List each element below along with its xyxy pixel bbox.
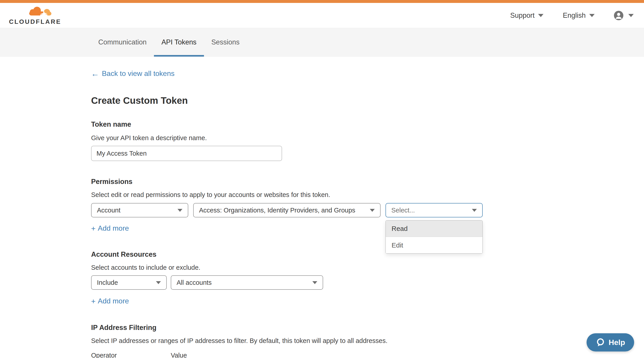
chevron-down-icon	[156, 281, 161, 284]
menu-option-label: Read	[392, 225, 408, 232]
site-header: CLOUDFLARE Support English	[0, 3, 644, 28]
chat-bubble-icon	[596, 338, 605, 347]
ip-filter-labels: Operator Value	[91, 352, 644, 358]
tab-communication[interactable]: Communication	[91, 28, 154, 56]
add-more-label: Add more	[98, 297, 129, 305]
arrow-left-icon: ←	[91, 70, 99, 78]
add-more-label: Add more	[98, 224, 129, 232]
permissions-add-more-link[interactable]: + Add more	[91, 224, 129, 232]
permission-scope-select[interactable]: Account	[91, 203, 188, 217]
back-to-tokens-link[interactable]: ← Back to view all tokens	[91, 69, 174, 78]
cloudflare-cloud-icon	[25, 6, 53, 18]
ip-filtering-section: IP Address Filtering Select IP addresses…	[91, 324, 644, 358]
header-actions: Support English	[510, 11, 634, 20]
cloudflare-logo[interactable]: CLOUDFLARE	[9, 6, 58, 25]
value-label: Value	[171, 352, 187, 358]
tab-sessions[interactable]: Sessions	[204, 28, 247, 56]
help-button[interactable]: Help	[586, 333, 634, 351]
ip-filtering-heading: IP Address Filtering	[91, 324, 644, 332]
support-menu-label: Support	[510, 12, 535, 20]
permission-group-value: Access: Organizations, Identity Provider…	[199, 207, 355, 214]
tab-bar: Communication API Tokens Sessions	[0, 28, 644, 57]
chevron-down-icon	[472, 209, 477, 212]
account-menu[interactable]	[614, 11, 634, 20]
ip-filtering-description: Select IP addresses or ranges of IP addr…	[91, 337, 644, 344]
accounts-select-value: All accounts	[176, 279, 212, 286]
language-menu-label: English	[563, 12, 586, 20]
access-options-menu: Read Edit	[386, 220, 483, 254]
menu-option-edit[interactable]: Edit	[386, 237, 482, 253]
permissions-description: Select edit or read permissions to apply…	[91, 191, 644, 199]
token-name-input[interactable]	[91, 146, 282, 161]
back-link-label: Back to view all tokens	[102, 69, 174, 78]
include-exclude-select[interactable]: Include	[91, 275, 167, 290]
page-title: Create Custom Token	[91, 95, 644, 106]
chevron-down-icon	[178, 209, 182, 212]
accounts-select[interactable]: All accounts	[171, 275, 323, 290]
chevron-down-icon	[538, 14, 544, 17]
token-name-description: Give your API token a descriptive name.	[91, 134, 644, 142]
permission-scope-value: Account	[97, 207, 120, 214]
account-resources-description: Select accounts to include or exclude.	[91, 264, 644, 271]
account-resources-section: Account Resources Select accounts to inc…	[91, 250, 644, 305]
plus-icon: +	[91, 297, 96, 305]
include-exclude-value: Include	[97, 279, 118, 286]
permission-group-select[interactable]: Access: Organizations, Identity Provider…	[193, 203, 380, 217]
permission-access-placeholder: Select...	[391, 207, 415, 214]
account-resources-row: Include All accounts	[91, 275, 644, 290]
permission-access-select[interactable]: Select...	[386, 203, 483, 217]
chevron-down-icon	[370, 209, 375, 212]
user-avatar-icon	[614, 11, 623, 20]
permissions-section: Permissions Select edit or read permissi…	[91, 178, 644, 232]
account-resources-add-more-link[interactable]: + Add more	[91, 297, 129, 305]
language-menu[interactable]: English	[563, 12, 595, 20]
plus-icon: +	[91, 225, 96, 232]
account-resources-heading: Account Resources	[91, 250, 644, 258]
permissions-heading: Permissions	[91, 178, 644, 186]
support-menu[interactable]: Support	[510, 12, 544, 20]
tab-api-tokens[interactable]: API Tokens	[154, 28, 204, 56]
tab-label: Communication	[98, 38, 146, 46]
tab-label: API Tokens	[161, 38, 196, 46]
main-content: ← Back to view all tokens Create Custom …	[0, 57, 644, 358]
chevron-down-icon	[312, 281, 317, 284]
chevron-down-icon	[628, 14, 634, 17]
token-name-section: Token name Give your API token a descrip…	[91, 120, 644, 161]
permissions-row: Account Access: Organizations, Identity …	[91, 203, 644, 217]
chevron-down-icon	[589, 14, 595, 17]
operator-label: Operator	[91, 352, 171, 358]
token-name-heading: Token name	[91, 120, 644, 129]
help-button-label: Help	[608, 338, 625, 347]
tab-label: Sessions	[212, 38, 240, 46]
menu-option-label: Edit	[392, 241, 403, 249]
menu-option-read[interactable]: Read	[386, 221, 482, 237]
cloudflare-wordmark: CLOUDFLARE	[9, 18, 58, 25]
brand-accent-bar	[0, 0, 644, 3]
